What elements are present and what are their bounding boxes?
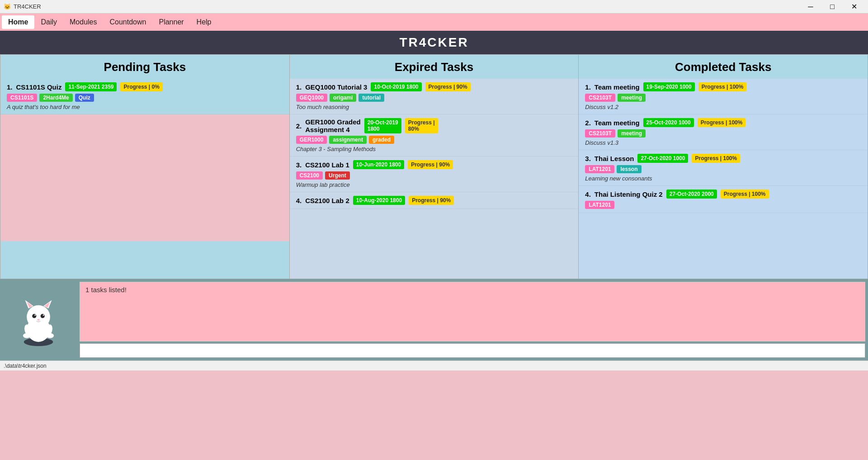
expired-task-1-number: 1.	[296, 83, 302, 91]
svg-point-14	[23, 333, 31, 338]
expired-task-1-desc: Too much reasoning	[296, 104, 572, 110]
completed-task-2-desc: Discuss v1.3	[585, 139, 861, 146]
completed-task-1-progress: Progress | 100%	[698, 82, 747, 91]
tag-geq1000: GEQ1000	[296, 94, 327, 102]
expired-task-3-tags: CS2100 Urgent	[296, 171, 572, 180]
pending-task-1: 1. CS1101S Quiz 11-Sep-2021 2359 Progres…	[0, 79, 289, 114]
expired-header: Expired Tasks	[290, 55, 579, 79]
expired-task-3-date: 10-Jun-2020 1800	[353, 160, 404, 169]
close-button[interactable]: ✕	[844, 0, 864, 14]
expired-column: Expired Tasks 1. GEQ1000 Tutorial 3 10-O…	[289, 54, 579, 279]
tag-ger1000: GER1000	[296, 136, 327, 144]
pending-empty-area	[0, 114, 289, 241]
completed-task-3-desc: Learning new consonants	[585, 175, 861, 182]
completed-task-2-name: Team meeting	[594, 119, 640, 127]
svg-point-2	[27, 305, 50, 329]
mascot-area	[0, 279, 77, 360]
completed-task-1-row: 1. Team meeting 19-Sep-2020 1000 Progres…	[585, 82, 861, 91]
expired-task-1-name: GEQ1000 Tutorial 3	[305, 83, 367, 91]
columns-container: Pending Tasks 1. CS1101S Quiz 11-Sep-202…	[0, 54, 868, 279]
completed-task-4: 4. Thai Listening Quiz 2 27-Oct-2020 200…	[579, 186, 868, 213]
mascot-svg	[11, 293, 66, 347]
tag-assignment: assignment	[329, 136, 367, 144]
menu-help[interactable]: Help	[190, 15, 218, 29]
tag-graded: graded	[369, 136, 394, 144]
completed-task-1: 1. Team meeting 19-Sep-2020 1000 Progres…	[579, 79, 868, 114]
console-output-text: 1 tasks listed!	[85, 286, 127, 294]
pending-task-1-date: 11-Sep-2021 2359	[65, 82, 117, 91]
menu-modules[interactable]: Modules	[63, 15, 103, 29]
svg-point-10	[43, 314, 44, 316]
menu-planner[interactable]: Planner	[152, 15, 190, 29]
expired-task-3-progress: Progress | 90%	[408, 160, 453, 169]
expired-task-4-date: 10-Aug-2020 1800	[353, 196, 405, 205]
footer: .\data\tr4cker.json	[0, 360, 868, 370]
completed-task-3-row: 3. Thai Lesson 27-Oct-2020 1000 Progress…	[585, 154, 861, 163]
completed-task-3-number: 3.	[585, 155, 591, 162]
console-area: 1 tasks listed!	[77, 279, 868, 360]
expired-task-4: 4. CS2100 Lab 2 10-Aug-2020 1800 Progres…	[290, 192, 579, 209]
expired-task-1-row: 1. GEQ1000 Tutorial 3 10-Oct-2019 1800 P…	[296, 82, 572, 91]
expired-task-2-name: GER1000 GradedAssignment 4	[305, 118, 361, 133]
app-icon: 🐱	[4, 3, 11, 10]
expired-task-3-name: CS2100 Lab 1	[305, 161, 349, 169]
completed-task-4-progress: Progress | 100%	[721, 190, 769, 199]
expired-task-1-date: 10-Oct-2019 1800	[371, 82, 421, 91]
completed-task-4-tags: LAT1201	[585, 201, 861, 209]
completed-task-4-number: 4.	[585, 190, 591, 198]
completed-task-1-name: Team meeting	[594, 83, 640, 91]
tag-2hard4me: 2Hard4Me	[39, 94, 72, 102]
menu-countdown[interactable]: Countdown	[104, 15, 153, 29]
tag-cs2103t-2: CS2103T	[585, 129, 615, 138]
console-input[interactable]	[80, 343, 865, 358]
completed-task-2-date: 25-Oct-2020 1000	[643, 118, 694, 127]
completed-task-4-date: 27-Oct-2020 2000	[666, 190, 717, 199]
pending-column: Pending Tasks 1. CS1101S Quiz 11-Sep-202…	[0, 54, 289, 279]
titlebar-controls: ─ □ ✕	[800, 0, 864, 14]
tag-lat1201-3: LAT1201	[585, 165, 614, 173]
completed-task-3-name: Thai Lesson	[594, 155, 634, 162]
console-output: 1 tasks listed!	[80, 282, 865, 341]
expired-task-2-row: 2. GER1000 GradedAssignment 4 20-Oct-201…	[296, 118, 572, 133]
tag-urgent: Urgent	[325, 171, 350, 180]
menu-daily[interactable]: Daily	[34, 15, 63, 29]
footer-path: .\data\tr4cker.json	[4, 363, 47, 369]
completed-task-2-tags: CS2103T meeting	[585, 129, 861, 138]
pending-header: Pending Tasks	[0, 55, 289, 79]
expired-task-4-name: CS2100 Lab 2	[305, 197, 349, 204]
expired-task-3-number: 3.	[296, 161, 302, 169]
completed-column: Completed Tasks 1. Team meeting 19-Sep-2…	[578, 54, 868, 279]
titlebar-left: 🐱 TR4CKER	[4, 3, 41, 10]
expired-task-2: 2. GER1000 GradedAssignment 4 20-Oct-201…	[290, 114, 579, 156]
completed-task-3-progress: Progress | 100%	[692, 154, 740, 163]
minimize-button[interactable]: ─	[800, 0, 821, 14]
completed-task-3-date: 27-Oct-2020 1000	[637, 154, 688, 163]
completed-task-1-date: 19-Sep-2020 1000	[643, 82, 695, 91]
expired-task-2-tags: GER1000 assignment graded	[296, 136, 572, 144]
tag-origami: origami	[330, 94, 356, 102]
tag-meeting-1: meeting	[618, 94, 646, 102]
tag-lat1201-4: LAT1201	[585, 201, 614, 209]
expired-task-4-progress: Progress | 90%	[409, 196, 454, 205]
tag-tutorial: tutorial	[359, 94, 384, 102]
expired-task-2-desc: Chapter 3 - Sampling Methods	[296, 146, 572, 152]
maximize-button[interactable]: □	[822, 0, 843, 14]
expired-task-2-date: 20-Oct-20191800	[364, 118, 401, 133]
expired-task-4-row: 4. CS2100 Lab 2 10-Aug-2020 1800 Progres…	[296, 196, 572, 205]
expired-task-3: 3. CS2100 Lab 1 10-Jun-2020 1800 Progres…	[290, 156, 579, 192]
completed-task-4-row: 4. Thai Listening Quiz 2 27-Oct-2020 200…	[585, 190, 861, 199]
bottom-area: 1 tasks listed!	[0, 279, 868, 360]
completed-task-3: 3. Thai Lesson 27-Oct-2020 1000 Progress…	[579, 150, 868, 186]
pending-task-1-desc: A quiz that's too hard for me	[7, 104, 283, 110]
expired-task-1: 1. GEQ1000 Tutorial 3 10-Oct-2019 1800 P…	[290, 79, 579, 114]
svg-point-11	[37, 319, 40, 321]
titlebar: 🐱 TR4CKER ─ □ ✕	[0, 0, 868, 14]
completed-header: Completed Tasks	[579, 55, 868, 79]
svg-point-7	[32, 314, 36, 318]
pending-task-1-number: 1.	[7, 83, 13, 91]
tag-meeting-2: meeting	[618, 129, 646, 138]
menu-home[interactable]: Home	[2, 15, 34, 29]
tag-lesson: lesson	[617, 165, 641, 173]
app-title: TR4CKER	[399, 35, 468, 50]
completed-task-2-row: 2. Team meeting 25-Oct-2020 1000 Progres…	[585, 118, 861, 127]
